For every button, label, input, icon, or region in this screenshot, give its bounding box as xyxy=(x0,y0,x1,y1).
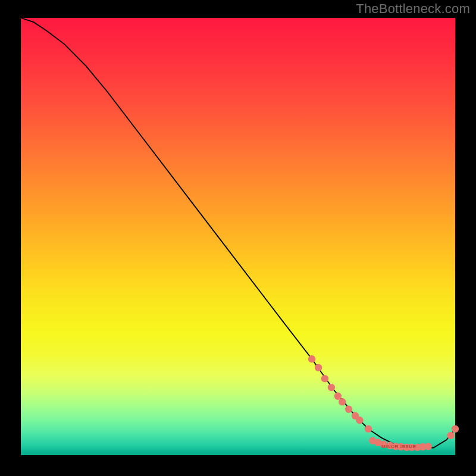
plot-area: MINOR ISSUE xyxy=(21,18,455,455)
annotation-label: MINOR ISSUE xyxy=(381,444,416,449)
data-point xyxy=(447,432,455,439)
chart-svg xyxy=(21,18,455,455)
data-point xyxy=(328,384,335,391)
data-point xyxy=(339,398,346,405)
data-points xyxy=(308,355,459,451)
data-point xyxy=(365,425,372,433)
chart-frame: TheBottleneck.com MINOR ISSUE xyxy=(0,0,476,476)
data-point xyxy=(452,425,459,433)
data-point xyxy=(356,416,363,424)
data-point xyxy=(308,355,315,362)
curve-line xyxy=(21,18,455,448)
data-point xyxy=(315,364,322,371)
data-point xyxy=(321,375,328,382)
data-point xyxy=(345,406,352,413)
watermark-text: TheBottleneck.com xyxy=(356,1,470,17)
data-point xyxy=(425,443,432,450)
